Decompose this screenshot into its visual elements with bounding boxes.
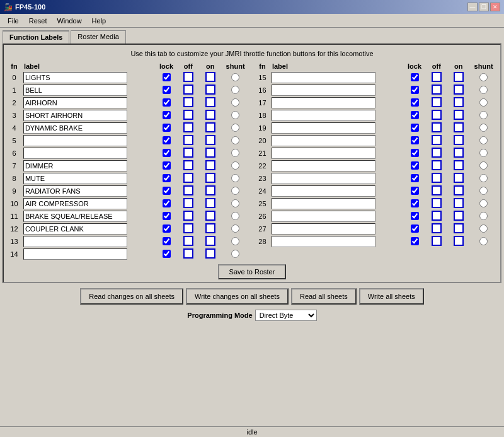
left-shunt-radio-13[interactable]: [231, 237, 239, 245]
left-lock-check-14[interactable]: [163, 250, 171, 258]
right-on-box-4[interactable]: [454, 122, 464, 132]
left-label-input-4[interactable]: [23, 122, 127, 134]
right-lock-check-10[interactable]: [411, 199, 419, 207]
right-off-box-12[interactable]: [432, 223, 442, 233]
left-on-box-4[interactable]: [205, 122, 215, 132]
right-shunt-radio-8[interactable]: [479, 174, 488, 182]
right-shunt-radio-1[interactable]: [479, 86, 488, 94]
left-shunt-radio-3[interactable]: [231, 111, 239, 119]
right-shunt-radio-9[interactable]: [479, 187, 488, 195]
left-lock-check-6[interactable]: [163, 149, 171, 157]
right-shunt-radio-5[interactable]: [479, 136, 488, 144]
right-shunt-radio-13[interactable]: [479, 237, 488, 245]
left-on-box-7[interactable]: [205, 160, 215, 170]
left-shunt-radio-14[interactable]: [231, 250, 239, 258]
left-on-box-10[interactable]: [205, 198, 215, 208]
right-lock-check-5[interactable]: [411, 136, 419, 144]
left-on-box-5[interactable]: [205, 135, 215, 145]
left-shunt-radio-4[interactable]: [231, 124, 239, 132]
left-label-input-13[interactable]: [23, 236, 127, 247]
right-on-box-11[interactable]: [454, 211, 464, 221]
right-on-box-7[interactable]: [454, 160, 464, 170]
left-lock-check-5[interactable]: [163, 136, 171, 144]
left-shunt-radio-9[interactable]: [231, 187, 239, 195]
right-on-box-3[interactable]: [454, 110, 464, 120]
left-label-input-12[interactable]: [23, 223, 127, 235]
left-on-box-3[interactable]: [205, 110, 215, 120]
left-label-input-0[interactable]: [23, 72, 127, 83]
right-on-box-5[interactable]: [454, 135, 464, 145]
right-on-box-1[interactable]: [454, 84, 464, 95]
left-off-box-6[interactable]: [183, 148, 193, 158]
left-lock-check-3[interactable]: [163, 111, 171, 119]
left-on-box-1[interactable]: [205, 84, 215, 95]
left-shunt-radio-10[interactable]: [231, 199, 239, 207]
left-lock-check-0[interactable]: [163, 73, 171, 81]
right-label-input-4[interactable]: [272, 122, 375, 134]
left-shunt-radio-1[interactable]: [231, 86, 239, 94]
right-off-box-1[interactable]: [432, 84, 442, 95]
right-label-input-6[interactable]: [272, 148, 375, 159]
right-shunt-radio-2[interactable]: [479, 98, 488, 107]
left-off-box-1[interactable]: [183, 84, 193, 95]
left-label-input-2[interactable]: [23, 97, 127, 108]
right-off-box-9[interactable]: [432, 185, 442, 195]
left-label-input-7[interactable]: [23, 160, 127, 172]
right-shunt-radio-7[interactable]: [479, 161, 488, 170]
left-lock-check-7[interactable]: [163, 161, 171, 170]
right-off-box-0[interactable]: [432, 72, 442, 82]
right-shunt-radio-0[interactable]: [479, 73, 488, 81]
right-label-input-9[interactable]: [272, 185, 375, 197]
right-on-box-0[interactable]: [454, 72, 464, 82]
minimize-button[interactable]: —: [467, 3, 478, 11]
right-shunt-radio-4[interactable]: [479, 124, 488, 132]
right-lock-check-12[interactable]: [411, 224, 419, 233]
right-lock-check-2[interactable]: [411, 98, 419, 107]
left-on-box-12[interactable]: [205, 223, 215, 233]
left-off-box-11[interactable]: [183, 211, 193, 221]
left-label-input-14[interactable]: [23, 248, 127, 260]
right-label-input-7[interactable]: [272, 160, 375, 172]
left-on-box-14[interactable]: [205, 248, 215, 259]
programming-mode-select[interactable]: Direct Byte Paged Mode Register Mode Add…: [255, 310, 317, 321]
left-on-box-0[interactable]: [205, 72, 215, 82]
left-lock-check-1[interactable]: [163, 86, 171, 94]
left-on-box-9[interactable]: [205, 185, 215, 195]
right-on-box-13[interactable]: [454, 236, 464, 246]
left-lock-check-2[interactable]: [163, 98, 171, 107]
menu-file[interactable]: File: [3, 16, 24, 26]
right-off-box-3[interactable]: [432, 110, 442, 120]
left-off-box-0[interactable]: [183, 72, 193, 82]
right-shunt-radio-12[interactable]: [479, 224, 488, 233]
left-shunt-radio-11[interactable]: [231, 212, 239, 220]
right-label-input-3[interactable]: [272, 110, 375, 121]
right-off-box-10[interactable]: [432, 198, 442, 208]
right-off-box-2[interactable]: [432, 97, 442, 107]
tab-function-labels[interactable]: Function Labels: [3, 30, 69, 44]
left-off-box-10[interactable]: [183, 198, 193, 208]
left-off-box-4[interactable]: [183, 122, 193, 132]
left-label-input-11[interactable]: [23, 211, 127, 222]
left-on-box-2[interactable]: [205, 97, 215, 107]
right-lock-check-11[interactable]: [411, 212, 419, 220]
left-lock-check-4[interactable]: [163, 124, 171, 132]
right-label-input-10[interactable]: [272, 198, 375, 209]
right-on-box-2[interactable]: [454, 97, 464, 107]
right-lock-check-0[interactable]: [411, 73, 419, 81]
left-off-box-5[interactable]: [183, 135, 193, 145]
left-on-box-11[interactable]: [205, 211, 215, 221]
menu-help[interactable]: Help: [87, 16, 112, 26]
left-shunt-radio-7[interactable]: [231, 161, 239, 170]
read-changes-button[interactable]: Read changes on all sheets: [80, 288, 183, 305]
right-off-box-11[interactable]: [432, 211, 442, 221]
right-label-input-5[interactable]: [272, 135, 375, 146]
right-label-input-13[interactable]: [272, 236, 375, 247]
tab-roster-media[interactable]: Roster Media: [71, 30, 125, 44]
left-on-box-6[interactable]: [205, 148, 215, 158]
right-off-box-4[interactable]: [432, 122, 442, 132]
left-shunt-radio-8[interactable]: [231, 174, 239, 182]
left-off-box-9[interactable]: [183, 185, 193, 195]
left-lock-check-12[interactable]: [163, 224, 171, 233]
right-on-box-10[interactable]: [454, 198, 464, 208]
right-lock-check-3[interactable]: [411, 111, 419, 119]
